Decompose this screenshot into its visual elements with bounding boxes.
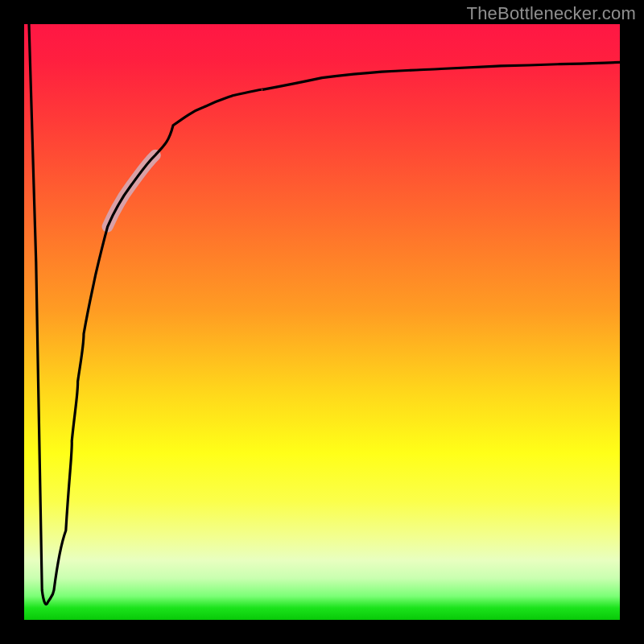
chart-frame: TheBottlenecker.com (0, 0, 644, 644)
plot-area (24, 24, 620, 620)
curve-highlight (108, 155, 155, 227)
attribution-label: TheBottlenecker.com (467, 3, 636, 24)
bottleneck-curve (29, 24, 620, 605)
curve-layer (24, 24, 620, 620)
